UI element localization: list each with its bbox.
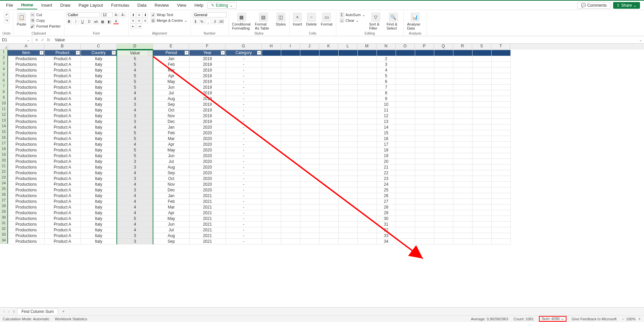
cell[interactable]: -	[226, 227, 262, 233]
cell[interactable]: 11	[377, 107, 396, 113]
cell[interactable]	[262, 141, 281, 147]
cell[interactable]: 3	[117, 101, 153, 107]
cell[interactable]: 2020	[189, 130, 226, 136]
cell[interactable]: Italy	[81, 107, 117, 113]
row-header[interactable]: 7	[0, 84, 8, 90]
formula-expand-button[interactable]: ⌄	[637, 38, 644, 42]
cell[interactable]	[472, 119, 491, 124]
cell[interactable]: 2020	[189, 181, 226, 187]
cell[interactable]: 10	[377, 101, 396, 107]
cell[interactable]: Italy	[81, 101, 117, 107]
cell[interactable]	[472, 204, 491, 210]
cell[interactable]	[415, 79, 434, 84]
cell[interactable]	[491, 101, 510, 107]
cell[interactable]	[491, 164, 510, 170]
cell[interactable]: Productions	[8, 204, 44, 210]
cell[interactable]: 9	[377, 96, 396, 101]
cell[interactable]: -	[226, 101, 262, 107]
cell[interactable]: Product A	[44, 56, 81, 61]
cell[interactable]: Italy	[81, 147, 117, 153]
cell[interactable]	[453, 216, 472, 221]
cell[interactable]	[472, 73, 491, 79]
cell[interactable]	[472, 227, 491, 233]
cell[interactable]: 2020	[189, 170, 226, 176]
cell[interactable]	[281, 136, 300, 141]
cell[interactable]	[396, 158, 415, 164]
col-header-L[interactable]: L	[338, 44, 357, 50]
cell[interactable]	[357, 124, 377, 130]
cell[interactable]: 3	[117, 238, 153, 244]
cell[interactable]: 14	[377, 124, 396, 130]
cell[interactable]	[415, 158, 434, 164]
cell[interactable]	[434, 204, 453, 210]
cell[interactable]: -	[226, 124, 262, 130]
cell[interactable]	[396, 193, 415, 198]
cell[interactable]: Product A	[44, 147, 81, 153]
cell[interactable]	[357, 238, 377, 244]
cell[interactable]	[472, 233, 491, 238]
cell[interactable]	[396, 84, 415, 90]
cell[interactable]	[491, 79, 510, 84]
col-header-O[interactable]: O	[396, 44, 415, 50]
number-format-select[interactable]	[193, 12, 227, 17]
row-header[interactable]: 25	[0, 187, 8, 192]
filter-button[interactable]: ▾	[185, 51, 189, 55]
cell[interactable]: Product A	[44, 198, 81, 204]
cell[interactable]	[396, 153, 415, 158]
cell[interactable]: Apr	[153, 210, 189, 216]
cell[interactable]	[453, 181, 472, 187]
cell[interactable]: 2021	[189, 210, 226, 216]
cell[interactable]	[300, 130, 319, 136]
cell[interactable]: 4	[117, 193, 153, 198]
col-header-S[interactable]: S	[472, 44, 491, 50]
col-header-E[interactable]: E	[153, 44, 189, 50]
cell[interactable]	[281, 176, 300, 181]
col-header-H[interactable]: H	[262, 44, 281, 50]
row-header[interactable]: 6	[0, 78, 8, 84]
cell[interactable]: Productions	[8, 193, 44, 198]
cell[interactable]	[300, 124, 319, 130]
cell[interactable]	[491, 210, 510, 216]
cell[interactable]	[415, 216, 434, 221]
undo-button[interactable]: ↶	[4, 12, 9, 17]
cell[interactable]: Jun	[153, 221, 189, 227]
cell[interactable]	[472, 210, 491, 216]
cell[interactable]	[300, 176, 319, 181]
increase-decimal-button[interactable]: .0	[212, 19, 217, 24]
cell[interactable]: Product A	[44, 119, 81, 124]
cell[interactable]	[300, 158, 319, 164]
copy-button[interactable]: ⧉Copy	[29, 18, 62, 23]
cell[interactable]: 18	[377, 147, 396, 153]
cell[interactable]	[415, 61, 434, 67]
cell[interactable]	[319, 221, 338, 227]
cell[interactable]	[319, 119, 338, 124]
cell[interactable]	[453, 198, 472, 204]
cell[interactable]: Sep	[153, 101, 189, 107]
fill-color-button[interactable]: ◧	[107, 19, 112, 24]
row-header[interactable]: 33	[0, 232, 8, 238]
cell[interactable]	[472, 221, 491, 227]
cell[interactable]: 5	[117, 136, 153, 141]
cell[interactable]	[491, 147, 510, 153]
cell[interactable]: 5	[117, 153, 153, 158]
cell[interactable]: -	[226, 204, 262, 210]
cell[interactable]	[491, 96, 510, 101]
cell[interactable]	[415, 67, 434, 73]
fx-icon[interactable]: fx	[47, 38, 50, 42]
cell[interactable]	[338, 221, 357, 227]
cell[interactable]: Productions	[8, 61, 44, 67]
cell[interactable]	[281, 147, 300, 153]
cancel-formula-icon[interactable]: ✕	[35, 38, 38, 42]
row-header[interactable]: 23	[0, 175, 8, 181]
cell[interactable]: Italy	[81, 130, 117, 136]
clear-button[interactable]: ◇Clear⌄	[338, 18, 366, 23]
cell[interactable]	[319, 181, 338, 187]
comments-button[interactable]: 💬 Comments	[577, 2, 610, 9]
cell[interactable]	[415, 153, 434, 158]
cell[interactable]: Productions	[8, 153, 44, 158]
cell[interactable]	[319, 79, 338, 84]
cell[interactable]	[434, 61, 453, 67]
cell[interactable]	[262, 147, 281, 153]
cell[interactable]	[338, 170, 357, 176]
cell[interactable]: -	[226, 198, 262, 204]
